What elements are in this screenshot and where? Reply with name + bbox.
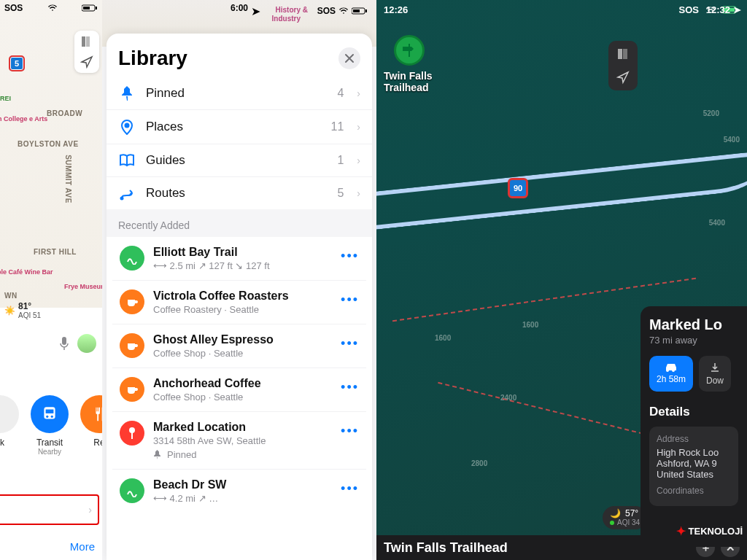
highway-path	[376, 149, 747, 232]
search-sheet[interactable]: ck Transit Nearby Re es ›	[0, 327, 102, 560]
mic-icon[interactable]	[58, 336, 70, 351]
contour-label: 5400	[724, 136, 740, 144]
locate-icon[interactable]	[80, 55, 93, 69]
more-link[interactable]: More	[70, 540, 95, 553]
weather-aqi: AQI 34	[617, 518, 640, 526]
status-sos: SOS	[679, 4, 699, 15]
address-line: United States	[657, 469, 731, 480]
sun-icon: ☀️	[4, 306, 15, 316]
status-time: 6:00	[231, 3, 248, 13]
signpost-icon	[401, 42, 417, 58]
download-icon	[709, 362, 721, 373]
chevron-right-icon: ›	[357, 88, 360, 99]
wifi-icon	[338, 7, 349, 15]
section-header: Recently Added	[107, 209, 372, 237]
more-button[interactable]: •••	[341, 289, 359, 308]
place-icon	[118, 119, 136, 135]
highlighted-row[interactable]: es ›	[0, 494, 99, 525]
svg-point-14	[121, 198, 123, 200]
coffee-icon	[120, 377, 144, 402]
status-bar-dark: 12:26 SOS	[376, 0, 747, 20]
status-bar: SOS	[0, 0, 102, 16]
battery-icon	[352, 7, 368, 15]
map-controls-dark	[608, 41, 638, 90]
category-item[interactable]: ck	[0, 395, 19, 456]
restaurant-icon	[91, 406, 102, 422]
library-row-pinned[interactable]: Pinned 4 ›	[107, 77, 372, 110]
category-row[interactable]: ck Transit Nearby Re	[0, 360, 102, 463]
bottom-title: Twin Falls Trailhead	[384, 540, 508, 556]
moon-icon: 🌙	[610, 509, 621, 518]
place-details-card[interactable]: Marked Lo 73 mi away 2h 58m Dow Details …	[640, 306, 747, 547]
contour-label: 5200	[703, 109, 719, 117]
drive-time: 2h 58m	[657, 374, 686, 384]
logo-icon: ✦	[676, 524, 686, 538]
list-item[interactable]: Marked Location 3314 58th Ave SW, Seattl…	[112, 412, 366, 470]
address-card: Address High Rock Loo Ashford, WA 9 Unit…	[649, 427, 738, 506]
category-item[interactable]: Re	[80, 395, 102, 456]
list-item[interactable]: Victrola Coffee Roasters Coffee Roastery…	[112, 281, 366, 324]
status-sos: SOS	[317, 6, 336, 16]
status-time-right: 12:32 ➤	[706, 4, 741, 15]
svg-point-8	[51, 416, 53, 418]
avatar[interactable]	[77, 334, 96, 353]
neighborhood-label: WN	[4, 292, 18, 300]
location-arrow-icon: ➤	[251, 4, 260, 18]
map-mode-icon[interactable]	[80, 35, 93, 48]
pin-label: Twin Falls Trailhead	[384, 70, 442, 93]
road-label: BROADW	[47, 109, 82, 117]
location-arrow-icon: ➤	[733, 4, 741, 15]
trail-icon	[120, 246, 144, 271]
screenshot-panel-2: 6:00 ➤ History & Industry SOS Library	[102, 0, 376, 560]
more-button[interactable]: •••	[341, 246, 359, 264]
list-item[interactable]: Ghost Alley Espresso Coffee Shop · Seatt…	[112, 324, 366, 368]
library-row-routes[interactable]: Routes 5 ›	[107, 177, 372, 209]
list-item[interactable]: Anchorhead Coffee Coffee Shop · Seattle …	[112, 368, 366, 412]
list-item[interactable]: Beach Dr SW ⟷ 4.2 mi ↗ … •••	[112, 470, 366, 513]
poi-label: ble Café Wine Bar	[0, 268, 53, 276]
road-label: SUMMIT AVE	[64, 155, 72, 203]
marker-icon	[120, 421, 144, 446]
download-button[interactable]: Dow	[699, 356, 731, 392]
directions-button[interactable]: 2h 58m	[649, 356, 693, 392]
svg-point-13	[125, 124, 129, 128]
trailhead-pin[interactable]	[394, 35, 425, 66]
address-line: Ashford, WA 9	[657, 458, 731, 469]
more-button[interactable]: •••	[341, 377, 359, 395]
category-transit[interactable]: Transit Nearby	[31, 395, 69, 456]
poi-label: sh College e Arts	[0, 115, 47, 122]
screenshot-panel-3: 12:26 SOS 12:32 ➤ Twin Falls Trailhead 9…	[376, 0, 747, 560]
interstate-shield-90: 90	[508, 178, 528, 198]
sheet-title: Library	[118, 47, 187, 70]
details-heading: Details	[649, 405, 738, 419]
contour-label: 1600	[522, 321, 538, 329]
map-mode-icon[interactable]	[616, 47, 630, 61]
svg-point-15	[129, 427, 135, 433]
interstate-shield-5: 5	[9, 55, 25, 71]
svg-rect-11	[353, 9, 360, 12]
poi-label: Frye Museum	[64, 283, 102, 290]
address-line: High Rock Loo	[657, 447, 731, 458]
svg-rect-9	[46, 410, 54, 413]
chevron-right-icon: ›	[357, 121, 360, 133]
svg-rect-5	[62, 337, 66, 345]
more-button[interactable]: •••	[341, 478, 359, 497]
weather-chip[interactable]: ☀️ 81° AQI 51	[4, 301, 41, 319]
chevron-right-icon: ›	[357, 187, 360, 199]
trail-path	[438, 382, 651, 437]
list-item[interactable]: Elliott Bay Trail ⟷ 2.5 mi ↗ 127 ft ↘ 12…	[112, 237, 366, 281]
more-button[interactable]: •••	[341, 421, 359, 439]
more-button[interactable]: •••	[341, 333, 359, 351]
library-sheet[interactable]: Library Pinned 4 › Places 11	[107, 34, 372, 560]
recently-added-list: Elliott Bay Trail ⟷ 2.5 mi ↗ 127 ft ↘ 12…	[112, 237, 366, 513]
place-title: Marked Lo	[649, 316, 738, 333]
library-row-guides[interactable]: Guides 1 ›	[107, 144, 372, 177]
close-button[interactable]	[338, 47, 360, 69]
address-label: Address	[657, 434, 731, 444]
library-row-places[interactable]: Places 11 ›	[107, 110, 372, 144]
locate-icon[interactable]	[616, 70, 630, 85]
svg-rect-4	[86, 36, 90, 47]
svg-rect-21	[618, 49, 622, 59]
poi-label: History &	[276, 6, 308, 14]
svg-rect-16	[131, 432, 133, 439]
